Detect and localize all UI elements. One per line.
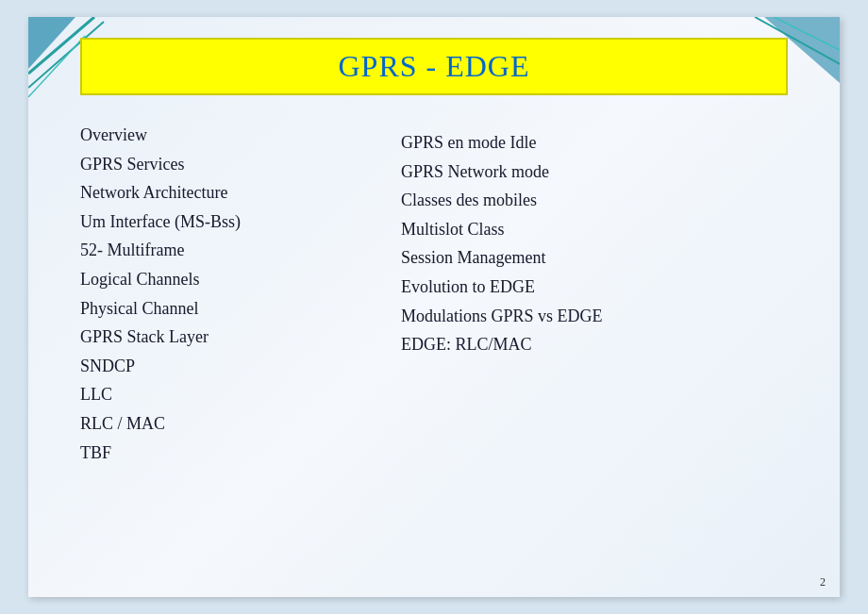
right-menu-item: Classes des mobiles — [401, 186, 788, 215]
left-menu-item: GPRS Stack Layer — [80, 323, 382, 352]
left-menu-item: 52- Multiframe — [80, 236, 382, 265]
slide-title: GPRS - EDGE — [338, 49, 529, 83]
content-area: OverviewGPRS ServicesNetwork Architectur… — [80, 121, 788, 559]
left-menu-item: RLC / MAC — [80, 409, 382, 439]
left-menu-item: Um Interface (MS-Bss) — [80, 207, 382, 237]
slide: GPRS - EDGE OverviewGPRS ServicesNetwork… — [28, 17, 840, 597]
svg-marker-3 — [28, 17, 75, 69]
left-menu-item: Logical Channels — [80, 265, 382, 294]
right-column: GPRS en mode IdleGPRS Network modeClasse… — [401, 121, 788, 559]
left-menu-item: LLC — [80, 380, 382, 409]
page-number: 2 — [820, 575, 826, 589]
left-menu-item: Network Architecture — [80, 178, 382, 207]
right-menu-item: GPRS Network mode — [401, 158, 788, 187]
right-menu-item: Evolution to EDGE — [401, 273, 788, 302]
right-menu-item: Session Management — [401, 243, 788, 273]
right-menu-item: EDGE: RLC/MAC — [401, 330, 788, 359]
title-bar: GPRS - EDGE — [80, 38, 788, 95]
right-menu-item: GPRS en mode Idle — [401, 128, 788, 158]
left-menu-item: Overview — [80, 121, 382, 150]
right-menu-item: Modulations GPRS vs EDGE — [401, 302, 788, 331]
left-menu-item: TBF — [80, 439, 382, 468]
left-menu-item: GPRS Services — [80, 150, 382, 179]
left-menu-item: Physical Channel — [80, 294, 382, 324]
right-menu-item: Multislot Class — [401, 215, 788, 244]
left-column: OverviewGPRS ServicesNetwork Architectur… — [80, 121, 382, 559]
left-menu-item: SNDCP — [80, 352, 382, 381]
